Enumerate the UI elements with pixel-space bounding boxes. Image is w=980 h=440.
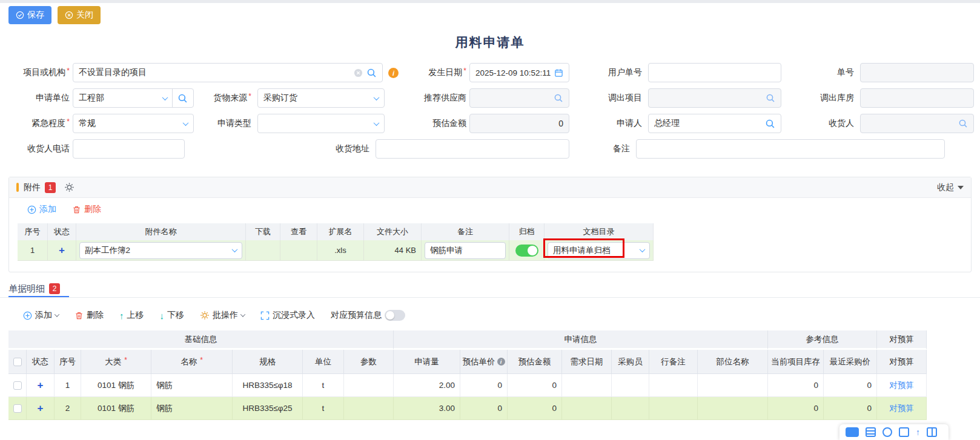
need-date-cell[interactable] — [562, 374, 612, 397]
plus-status-icon[interactable]: + — [38, 380, 44, 390]
list-icon[interactable] — [866, 427, 876, 437]
line-remark-cell[interactable] — [649, 374, 698, 397]
attachment-name-select[interactable]: 副本工作簿2 — [79, 242, 242, 259]
est-price-cell[interactable]: 0 — [460, 397, 508, 420]
calendar-icon[interactable] — [554, 68, 563, 77]
search-icon[interactable] — [766, 93, 775, 103]
qty-cell[interactable]: 2.00 — [394, 374, 460, 397]
goods-source-select[interactable]: 采购订货 — [257, 88, 385, 108]
arrow-up-icon: ↑ — [119, 310, 124, 321]
category-cell[interactable]: 0101 钢筋 — [81, 397, 151, 420]
spec-cell[interactable]: HRB335≤φ18 — [233, 374, 303, 397]
table-view-icon[interactable] — [846, 427, 859, 437]
batch-ops-button[interactable]: 批操作 — [200, 310, 245, 321]
est-amount-label: 预估金额 — [397, 114, 466, 133]
buyer-cell[interactable] — [612, 374, 649, 397]
info-icon[interactable]: i — [497, 358, 505, 366]
row-checkbox[interactable] — [13, 404, 22, 413]
tab-detail-label: 单据明细 — [8, 283, 45, 295]
document-icon[interactable] — [899, 427, 909, 437]
gear-icon — [200, 310, 210, 320]
download-cell[interactable] — [246, 240, 280, 261]
doc-dir-select[interactable]: 用料申请单归档 — [548, 242, 650, 259]
unit-cell[interactable]: t — [303, 397, 344, 420]
apply-unit-combo[interactable]: 工程部 — [73, 88, 194, 108]
table-row: + 2 0101 钢筋 钢筋 HRB335≤φ25 t 3.00 0 0 0 0… — [8, 397, 927, 420]
name-cell[interactable]: 钢筋 — [151, 397, 233, 420]
chevron-down-icon[interactable] — [374, 120, 380, 126]
budget-info-toggle[interactable] — [385, 310, 405, 321]
qty-cell[interactable]: 3.00 — [394, 397, 460, 420]
circle-tool-icon[interactable] — [882, 427, 892, 437]
save-button[interactable]: 保存 — [8, 6, 51, 24]
view-cell[interactable] — [280, 240, 317, 261]
remark-field[interactable] — [636, 139, 945, 159]
name-cell[interactable]: 钢筋 — [151, 374, 233, 397]
chevron-down-icon[interactable] — [374, 94, 380, 100]
attachment-remark-input[interactable]: 钢筋申请 — [425, 242, 506, 259]
row-checkbox[interactable] — [13, 381, 22, 390]
move-up-button[interactable]: ↑ 上移 — [119, 310, 144, 321]
search-icon[interactable] — [366, 68, 377, 78]
detail-table: 基础信息 申请信息 参考信息 对预算 状态 序号 大类* 名称* 规格 单位 参… — [8, 330, 927, 420]
apply-type-select[interactable] — [257, 114, 385, 133]
date-field[interactable]: 2025-12-09 10:52:11 — [469, 63, 569, 82]
budget-link[interactable]: 对预算 — [889, 380, 914, 391]
col-header: 下载 — [246, 223, 280, 240]
col-header: 扩展名 — [317, 223, 364, 240]
category-cell[interactable]: 0101 钢筋 — [81, 374, 151, 397]
plus-status-icon[interactable]: + — [59, 245, 65, 255]
date-label: 发生日期* — [397, 63, 466, 82]
immersive-entry-button[interactable]: 沉浸式录入 — [260, 310, 315, 321]
spec-cell[interactable]: HRB335≤φ25 — [233, 397, 303, 420]
line-remark-cell[interactable] — [649, 397, 698, 420]
attachment-count-badge: 1 — [45, 182, 56, 193]
close-button[interactable]: 关闭 — [58, 6, 101, 24]
param-cell[interactable] — [344, 374, 394, 397]
address-field[interactable] — [376, 139, 569, 159]
doc-dir-cell: 用料申请单归档 — [545, 240, 654, 261]
col-header: 归档 — [509, 223, 545, 240]
phone-field[interactable] — [73, 139, 185, 159]
group-budget: 对预算 — [877, 330, 927, 350]
chevron-down-icon[interactable] — [162, 94, 168, 100]
attachment-add-button[interactable]: 添加 — [27, 204, 56, 215]
apply-type-label: 申请类型 — [182, 114, 251, 133]
user-no-field[interactable] — [648, 63, 781, 82]
tab-detail[interactable]: 单据明细 2 — [8, 281, 60, 297]
gear-icon[interactable] — [64, 182, 74, 192]
applicant-field[interactable]: 总经理 — [648, 114, 781, 133]
clear-icon[interactable] — [354, 68, 363, 77]
param-cell[interactable] — [344, 397, 394, 420]
x-circle-icon — [65, 11, 73, 19]
buyer-cell[interactable] — [612, 397, 649, 420]
detail-delete-button[interactable]: 删除 — [74, 310, 104, 321]
est-amount-cell: 0 — [508, 374, 562, 397]
grid-icon[interactable] — [927, 427, 937, 437]
collapse-control[interactable]: 收起 — [937, 182, 964, 193]
col-header: 状态 — [27, 350, 55, 374]
search-icon[interactable] — [554, 93, 563, 103]
move-down-button[interactable]: ↓ 下移 — [160, 310, 185, 321]
col-header: 文件大小 — [364, 223, 422, 240]
search-icon[interactable] — [765, 119, 775, 129]
select-all-checkbox[interactable] — [13, 358, 22, 366]
archive-toggle[interactable] — [515, 245, 538, 257]
need-date-cell[interactable] — [562, 397, 612, 420]
budget-link[interactable]: 对预算 — [889, 403, 914, 414]
budget-info-label: 对应预算信息 — [331, 310, 382, 321]
part-name-cell[interactable] — [698, 397, 768, 420]
chevron-down-icon — [232, 246, 238, 252]
plus-status-icon[interactable]: + — [38, 403, 44, 413]
detail-add-button[interactable]: 添加 — [23, 310, 59, 321]
material-application-form-page: 保存 关闭 用料申请单 项目或机构* 不设置目录的项目 i 发生日期* 2025… — [0, 0, 980, 440]
search-icon[interactable] — [958, 119, 968, 128]
unit-cell[interactable]: t — [303, 374, 344, 397]
project-field[interactable]: 不设置目录的项目 — [73, 63, 383, 82]
detail-count-badge: 2 — [49, 283, 60, 294]
attachment-delete-button[interactable]: 删除 — [72, 204, 101, 215]
arrow-up-icon[interactable]: ↑ — [916, 427, 920, 437]
est-price-cell[interactable]: 0 — [460, 374, 508, 397]
part-name-cell[interactable] — [698, 374, 768, 397]
urgency-select[interactable]: 常规 — [73, 114, 194, 133]
